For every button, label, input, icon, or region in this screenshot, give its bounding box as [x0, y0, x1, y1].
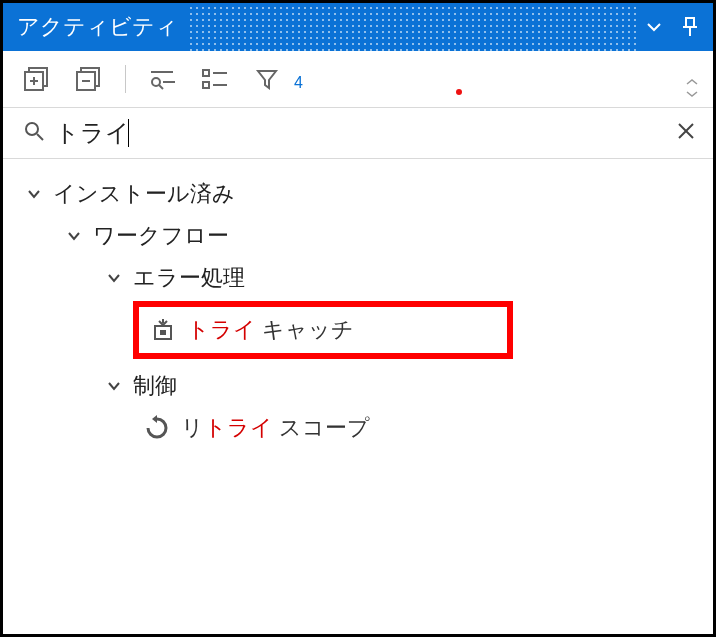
notification-dot-icon	[456, 89, 462, 95]
tree-node-workflow[interactable]: ワークフロー	[23, 215, 693, 257]
svg-rect-23	[160, 330, 166, 335]
svg-rect-16	[203, 82, 209, 88]
panel-header[interactable]: アクティビティ	[3, 3, 713, 51]
chevron-down-icon[interactable]	[103, 267, 125, 289]
svg-rect-0	[686, 18, 694, 27]
activity-tree: インストール済み ワークフロー エラー処理	[3, 159, 713, 463]
highlight-box: トライ キャッチ	[133, 301, 513, 359]
svg-line-12	[159, 85, 163, 89]
activities-panel: アクティビティ	[0, 0, 716, 637]
chevron-down-icon[interactable]	[103, 375, 125, 397]
svg-rect-14	[203, 70, 209, 76]
panel-title: アクティビティ	[17, 12, 178, 42]
tree-node-error-handling[interactable]: エラー処理	[23, 257, 693, 299]
retry-icon	[143, 414, 171, 442]
activity-label: トライ キャッチ	[187, 315, 354, 345]
view-tree-button[interactable]	[198, 62, 232, 96]
view-flat-button[interactable]	[146, 62, 180, 96]
clear-search-button[interactable]	[671, 116, 701, 150]
toolbar-options-icon[interactable]	[685, 79, 699, 101]
panel-dropdown-icon[interactable]	[645, 18, 663, 36]
filter-count: 4	[294, 74, 303, 92]
chevron-down-icon[interactable]	[63, 225, 85, 247]
toolbar-separator	[125, 65, 126, 93]
chevron-down-icon[interactable]	[23, 183, 45, 205]
tree-label: ワークフロー	[93, 221, 229, 251]
activity-label: リトライ スコープ	[181, 413, 370, 443]
svg-line-19	[37, 134, 43, 140]
text-cursor	[128, 119, 129, 147]
svg-point-18	[26, 123, 38, 135]
toolbar: 4	[3, 51, 713, 107]
panel-drag-strip[interactable]	[188, 3, 639, 51]
tree-node-installed[interactable]: インストール済み	[23, 173, 693, 215]
tree-node-control[interactable]: 制御	[23, 365, 693, 407]
tree-label: 制御	[133, 371, 177, 401]
activity-try-catch[interactable]: トライ キャッチ	[139, 315, 497, 345]
svg-point-11	[152, 78, 160, 86]
try-catch-icon	[149, 316, 177, 344]
filter-button[interactable]	[250, 62, 284, 96]
expand-all-button[interactable]	[19, 62, 53, 96]
activity-retry-scope[interactable]: リトライ スコープ	[23, 407, 693, 449]
tree-label: エラー処理	[133, 263, 245, 293]
pin-icon[interactable]	[681, 17, 699, 37]
search-row: トライ	[3, 107, 713, 159]
search-input[interactable]: トライ	[55, 117, 130, 149]
search-icon	[23, 120, 45, 146]
tree-label: インストール済み	[53, 179, 235, 209]
collapse-all-button[interactable]	[71, 62, 105, 96]
